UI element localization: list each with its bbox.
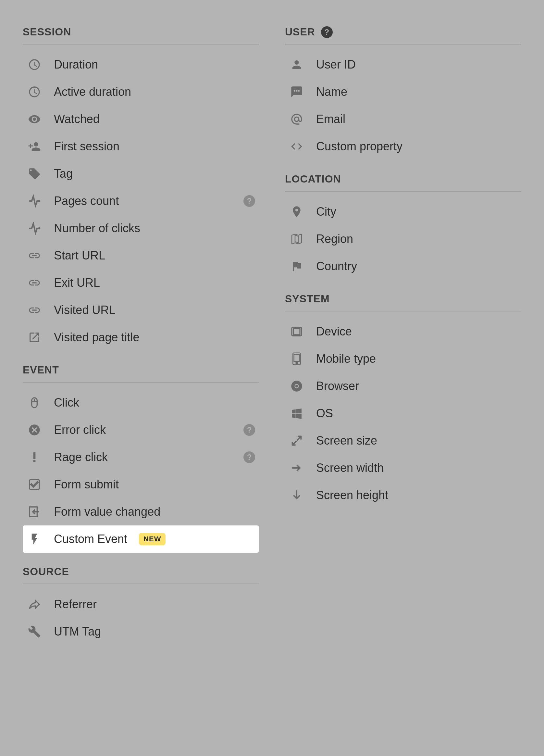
filter-number-of-clicks[interactable]: Number of clicks [23,215,259,242]
system-title: SYSTEM [285,293,330,305]
item-label: Click [54,396,255,409]
item-label: Screen width [316,461,517,475]
event-section: EVENT Click Error click ? Rage click ? F… [23,364,259,553]
filter-screen-size[interactable]: Screen size [285,427,521,454]
filter-custom-property[interactable]: Custom property [285,133,521,160]
item-label: Custom property [316,140,517,153]
arrow-down-icon [289,487,304,503]
item-label: Watched [54,112,255,126]
filter-os[interactable]: OS [285,400,521,427]
x-circle-icon [27,422,42,438]
filter-rage-click[interactable]: Rage click ? [23,444,259,471]
item-label: City [316,205,517,219]
item-label: User ID [316,58,517,71]
source-section: SOURCE Referrer UTM Tag [23,566,259,645]
item-label: Form submit [54,478,255,491]
filter-visited-url[interactable]: Visited URL [23,296,259,324]
system-section: SYSTEM Device Mobile type Browser OS Scr… [285,293,521,509]
speech-icon [289,84,304,100]
filter-referrer[interactable]: Referrer [23,591,259,618]
item-label: Rage click [54,450,232,464]
filter-active-duration[interactable]: Active duration [23,78,259,106]
item-label: UTM Tag [54,625,255,638]
filter-device[interactable]: Device [285,318,521,345]
item-label: Referrer [54,598,255,611]
item-label: Pages count [54,194,232,208]
item-label: Start URL [54,249,255,262]
filter-start-url[interactable]: Start URL [23,242,259,269]
filter-email[interactable]: Email [285,106,521,133]
arrow-right-icon [289,460,304,476]
session-section: SESSION Duration Active duration Watched… [23,26,259,351]
item-label: Exit URL [54,276,255,290]
left-column: SESSION Duration Active duration Watched… [23,26,259,730]
map-icon [289,231,304,247]
item-label: Tag [54,167,255,181]
filter-screen-width[interactable]: Screen width [285,454,521,482]
tablet-icon [289,324,304,339]
help-icon[interactable]: ? [244,195,255,207]
mouse-icon [27,395,42,410]
help-icon[interactable]: ? [244,451,255,463]
help-icon[interactable]: ? [244,424,255,436]
item-label: Region [316,232,517,246]
share-icon [27,597,42,612]
item-label: Name [316,85,517,99]
bolt-icon [27,531,42,547]
filter-browser[interactable]: Browser [285,372,521,400]
item-label: Form value changed [54,505,255,519]
item-label: Screen height [316,488,517,502]
filter-utm-tag[interactable]: UTM Tag [23,618,259,645]
item-label: Screen size [316,434,517,447]
source-title: SOURCE [23,566,69,578]
filter-custom-event[interactable]: Custom Event NEW [23,525,259,553]
filter-name[interactable]: Name [285,78,521,106]
item-label: Error click [54,423,232,437]
at-icon [289,111,304,127]
filter-city[interactable]: City [285,198,521,225]
link-icon [27,248,42,263]
item-label: OS [316,407,517,420]
tag-icon [27,166,42,182]
filter-user-id[interactable]: User ID [285,51,521,78]
filter-first-session[interactable]: First session [23,133,259,160]
filter-exit-url[interactable]: Exit URL [23,269,259,296]
item-label: Duration [54,58,255,71]
event-header: EVENT [23,364,259,383]
item-label: Number of clicks [54,221,255,235]
item-label: Device [316,325,517,338]
filter-mobile-type[interactable]: Mobile type [285,345,521,372]
windows-icon [289,406,304,421]
help-icon[interactable]: ? [321,26,333,38]
activity-icon [27,193,42,209]
item-label: Mobile type [316,352,517,366]
filter-duration[interactable]: Duration [23,51,259,78]
flag-icon [289,258,304,274]
right-column: USER ? User ID Name Email Custom propert… [285,26,521,730]
new-badge: NEW [139,533,166,545]
filter-country[interactable]: Country [285,253,521,280]
filter-visited-page-title[interactable]: Visited page title [23,324,259,351]
filter-region[interactable]: Region [285,225,521,253]
clock-icon [27,84,42,100]
filter-form-value-changed[interactable]: Form value changed [23,498,259,525]
item-label: First session [54,140,255,153]
item-label: Active duration [54,85,255,99]
filter-click[interactable]: Click [23,389,259,416]
filter-tag[interactable]: Tag [23,160,259,187]
activity-icon [27,221,42,236]
item-label: Country [316,259,517,273]
user-header: USER ? [285,26,521,44]
user-plus-icon [27,139,42,154]
item-label: Email [316,112,517,126]
filter-watched[interactable]: Watched [23,106,259,133]
session-header: SESSION [23,26,259,44]
filter-error-click[interactable]: Error click ? [23,416,259,444]
filter-screen-height[interactable]: Screen height [285,482,521,509]
location-header: LOCATION [285,173,521,192]
mobile-icon [289,351,304,367]
filter-form-submit[interactable]: Form submit [23,471,259,498]
link-icon [27,302,42,318]
filter-pages-count[interactable]: Pages count ? [23,187,259,215]
item-label: Browser [316,379,517,393]
